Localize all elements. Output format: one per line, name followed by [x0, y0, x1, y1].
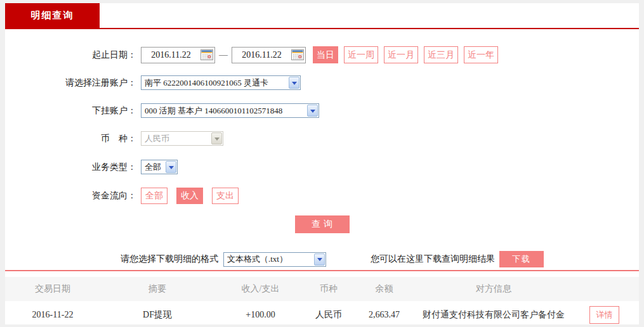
- business-type-label: 业务类型：: [5, 162, 136, 173]
- header-counterparty: 对方信息: [417, 277, 570, 301]
- header-currency: 币种: [306, 277, 351, 301]
- fund-flow-label: 资金流向：: [5, 190, 136, 202]
- currency-row: 币 种： 人民币: [5, 131, 639, 146]
- quick-filter-today[interactable]: 当日: [313, 46, 338, 63]
- header-income-expense: 收入/支出: [214, 277, 306, 301]
- section-separator: [5, 270, 639, 271]
- sub-account-value: 000 活期 基本户 1406600101102571848: [145, 105, 282, 117]
- query-form: 起止日期： 2016.11.22: [5, 29, 639, 267]
- business-type-value: 全部: [145, 162, 161, 173]
- registered-account-value: 南平 6222001406100921065 灵通卡: [145, 77, 268, 89]
- table-row: 2016-11-22 DF提现 +100.00 人民币 2,663.47 财付通…: [5, 301, 639, 324]
- cell-transaction-date: 2016-11-22: [5, 301, 100, 324]
- cell-balance: 2,663.47: [351, 301, 417, 324]
- download-format-select[interactable]: 文本格式（.txt）: [223, 252, 326, 267]
- registered-account-select[interactable]: 南平 6222001406100921065 灵通卡: [141, 75, 301, 90]
- dropdown-arrow-icon: [307, 105, 318, 117]
- download-hint: 您可以在这里下载查询明细结果: [371, 253, 495, 265]
- start-date-input[interactable]: 2016.11.22: [141, 47, 215, 63]
- download-button[interactable]: 下载: [499, 251, 544, 267]
- dropdown-arrow-icon: [289, 77, 299, 89]
- currency-select: 人民币: [141, 131, 223, 146]
- quick-filter-last-month[interactable]: 近一月: [384, 46, 418, 63]
- end-date-value: 2016.11.22: [232, 50, 291, 60]
- download-format-value: 文本格式（.txt）: [227, 253, 287, 265]
- quick-filter-last-3-months[interactable]: 近三月: [424, 46, 458, 63]
- transactions-table: 交易日期 摘要 收入/支出 币种 余额 对方信息 2016-11-22 DF提现…: [5, 277, 639, 324]
- tab-bar: 明细查询: [5, 3, 639, 29]
- dropdown-arrow-icon: [314, 253, 325, 266]
- download-row: 请您选择下载明细的格式 文本格式（.txt） 您可以在这里下载查询明细结果 下载: [121, 251, 639, 267]
- fund-flow-expense-button[interactable]: 支出: [212, 188, 239, 204]
- header-detail-column: [570, 277, 639, 301]
- cell-currency: 人民币: [306, 301, 351, 324]
- business-type-select[interactable]: 全部: [141, 160, 178, 174]
- dropdown-arrow-icon: [166, 161, 176, 173]
- detail-query-panel: 明细查询 起止日期： 2016.11.22: [5, 3, 639, 324]
- date-range-label: 起止日期：: [5, 49, 136, 61]
- registered-account-label: 请选择注册账户：: [5, 77, 136, 89]
- end-date-input[interactable]: 2016.11.22: [232, 47, 306, 63]
- registered-account-row: 请选择注册账户： 南平 6222001406100921065 灵通卡: [5, 75, 639, 90]
- tab-detail-query[interactable]: 明细查询: [5, 3, 100, 28]
- sub-account-label: 下挂账户：: [5, 105, 136, 117]
- start-date-calendar-icon[interactable]: [200, 49, 213, 60]
- end-date-calendar-icon[interactable]: [291, 49, 304, 60]
- header-transaction-date: 交易日期: [5, 277, 100, 301]
- cell-counterparty: 财付通支付科技有限公司客户备付金: [417, 301, 570, 324]
- sub-account-row: 下挂账户： 000 活期 基本户 1406600101102571848: [5, 103, 639, 118]
- date-range-separator: —: [219, 50, 228, 60]
- quick-filter-last-year[interactable]: 近一年: [464, 46, 498, 63]
- download-format-label: 请您选择下载明细的格式: [121, 253, 218, 265]
- header-summary: 摘要: [100, 277, 214, 301]
- dropdown-arrow-icon: [211, 132, 222, 144]
- header-balance: 余额: [351, 277, 417, 301]
- detail-button[interactable]: 详情: [589, 306, 619, 324]
- currency-value: 人民币: [145, 133, 169, 144]
- table-header-row: 交易日期 摘要 收入/支出 币种 余额 对方信息: [5, 277, 639, 301]
- fund-flow-income-button[interactable]: 收入: [176, 188, 203, 204]
- date-range-row: 起止日期： 2016.11.22: [5, 46, 639, 63]
- currency-label: 币 种：: [5, 133, 136, 144]
- fund-flow-all-button[interactable]: 全部: [141, 188, 168, 204]
- start-date-value: 2016.11.22: [141, 50, 200, 60]
- business-type-row: 业务类型： 全部: [5, 160, 639, 174]
- sub-account-select[interactable]: 000 活期 基本户 1406600101102571848: [141, 103, 319, 118]
- query-button[interactable]: 查询: [295, 215, 350, 233]
- cell-summary: DF提现: [100, 301, 214, 324]
- fund-flow-row: 资金流向： 全部 收入 支出: [5, 188, 639, 204]
- cell-amount: +100.00: [214, 301, 306, 324]
- quick-filter-last-week[interactable]: 近一周: [344, 46, 378, 63]
